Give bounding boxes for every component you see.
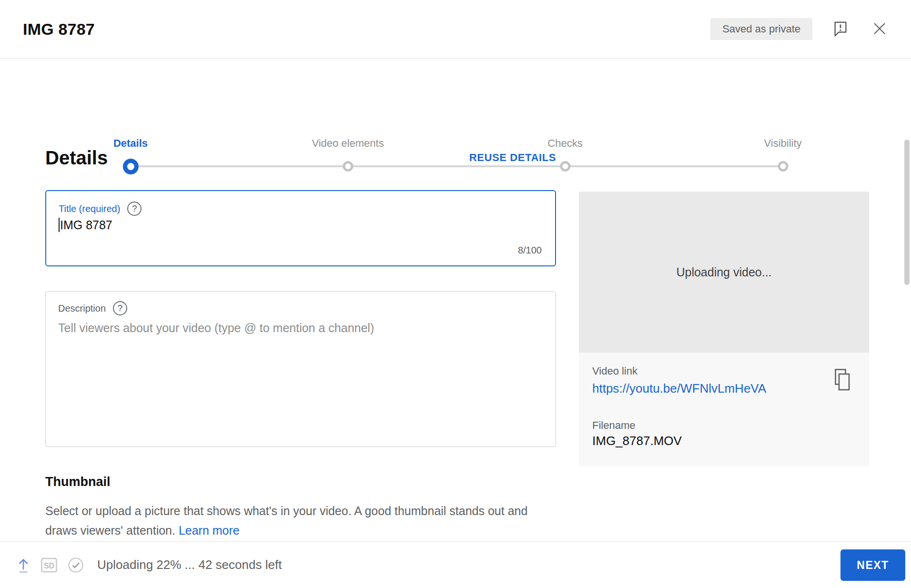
step-checks-dot[interactable]	[560, 161, 570, 172]
upload-icon	[17, 557, 30, 574]
status-badge: Saved as private	[710, 18, 812, 40]
details-heading: Details	[45, 147, 108, 169]
upload-progress-text: Uploading 22% ... 42 seconds left	[97, 558, 282, 572]
scrollbar-thumb[interactable]	[904, 140, 910, 285]
filename-value: IMG_8787.MOV	[592, 434, 682, 448]
check-circle-icon	[68, 557, 84, 573]
close-icon	[871, 20, 888, 38]
title-input[interactable]: Title (required) ? IMG 8787 8/100	[45, 190, 556, 266]
dialog-header: IMG 8787 Saved as private	[0, 0, 911, 59]
upload-dialog: IMG 8787 Saved as private Detai	[0, 0, 911, 588]
description-placeholder: Tell viewers about your video (type @ to…	[58, 321, 374, 335]
thumbnail-description: Select or upload a picture that shows wh…	[45, 501, 557, 540]
video-info-area: Video link https://youtu.be/WFNlvLmHeVA …	[579, 353, 869, 466]
progress-stepper: Details Video elements Checks Visibility	[0, 59, 911, 125]
step-visibility[interactable]: Visibility	[764, 137, 801, 175]
next-button[interactable]: NEXT	[840, 549, 905, 581]
dialog-title: IMG 8787	[23, 20, 710, 39]
dialog-footer: SD Uploading 22% ... 42 seconds left NEX…	[0, 541, 911, 588]
step-visibility-label: Visibility	[764, 137, 801, 150]
title-value[interactable]: IMG 8787	[59, 218, 112, 232]
video-preview-area: Uploading video...	[579, 192, 869, 353]
step-visibility-dot[interactable]	[778, 161, 788, 172]
text-cursor	[59, 218, 60, 232]
help-icon[interactable]: ?	[127, 202, 142, 216]
close-button[interactable]	[871, 20, 888, 38]
description-input[interactable]: Description ? Tell viewers about your vi…	[45, 291, 556, 447]
reuse-details-link[interactable]: REUSE DETAILS	[469, 152, 556, 164]
title-label: Title (required)	[59, 203, 120, 214]
help-icon[interactable]: ?	[113, 301, 127, 315]
upload-status-text: Uploading video...	[676, 265, 771, 279]
copy-link-button[interactable]	[835, 369, 850, 392]
filename-label: Filename	[592, 419, 635, 432]
learn-more-link[interactable]: Learn more	[179, 524, 240, 537]
video-link-url[interactable]: https://youtu.be/WFNlvLmHeVA	[592, 381, 766, 396]
feedback-icon	[832, 20, 849, 39]
copy-icon	[835, 385, 850, 392]
video-link-label: Video link	[592, 365, 638, 377]
sd-quality-icon: SD	[41, 558, 57, 573]
description-label: Description	[58, 303, 106, 314]
thumbnail-heading: Thumbnail	[45, 475, 111, 489]
video-preview-panel: Uploading video... Video link https://yo…	[579, 192, 869, 466]
svg-text:SD: SD	[44, 561, 54, 569]
feedback-button[interactable]	[832, 20, 849, 39]
title-char-counter: 8/100	[518, 245, 542, 256]
details-heading-row: Details REUSE DETAILS	[45, 144, 556, 171]
